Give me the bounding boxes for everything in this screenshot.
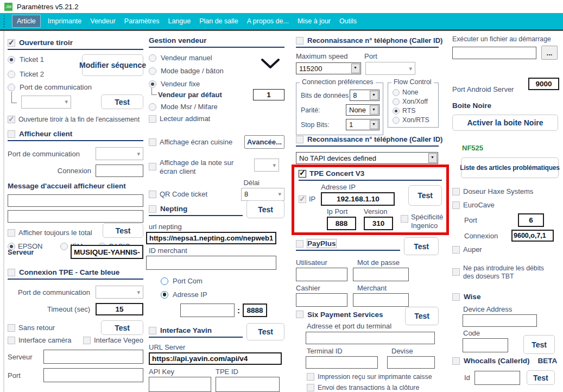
serveur-input[interactable] <box>71 245 143 259</box>
payplus-checkbox[interactable] <box>296 240 303 248</box>
tapi-combobox[interactable]: No TAPI devices defined <box>296 152 438 164</box>
tbt-checkbox[interactable] <box>452 268 460 276</box>
sans-retour-checkbox[interactable] <box>8 324 15 332</box>
code-input[interactable] <box>463 338 508 352</box>
tiroir-test-button[interactable]: Test <box>101 94 143 109</box>
maximum-speed-combobox[interactable]: 115200 <box>296 62 361 74</box>
interface-camera-checkbox[interactable] <box>8 337 15 344</box>
specificite-ingenico-checkbox[interactable] <box>401 215 408 223</box>
camera-port-input[interactable] <box>43 368 143 382</box>
ticket2-radio[interactable] <box>8 71 15 78</box>
concert-test-button[interactable]: Test <box>408 185 442 206</box>
whocalls-id-input[interactable] <box>475 371 520 385</box>
nepting-port-input[interactable] <box>243 304 267 317</box>
afficheur-client-checkbox[interactable] <box>8 130 15 138</box>
doseur-haxe-checkbox[interactable] <box>452 188 460 195</box>
chevron-down-icon[interactable] <box>370 120 378 129</box>
menu-item-mise-a-jour[interactable]: Mise à jour <box>296 15 332 28</box>
flow-rts-radio[interactable] <box>393 108 400 115</box>
liste-articles-button[interactable]: Liste des articles problématiques <box>461 157 559 178</box>
menu-item-langue[interactable]: Langue <box>166 15 192 28</box>
auper-checkbox[interactable] <box>452 246 460 254</box>
chevron-down-icon[interactable] <box>428 153 437 163</box>
chevron-down-icon[interactable] <box>370 105 378 115</box>
envoi-transactions-checkbox[interactable] <box>307 384 314 391</box>
api-key-input[interactable] <box>149 377 211 392</box>
port-com-radio[interactable] <box>161 277 168 285</box>
bits-combobox[interactable]: 8 <box>350 90 379 101</box>
parite-combobox[interactable]: None <box>346 104 379 116</box>
menu-item-parametres[interactable]: Paramètres <box>123 15 161 28</box>
terminal-id-input[interactable] <box>306 356 378 369</box>
delai-combobox[interactable]: 8 <box>241 188 284 201</box>
affichage-cuisine-checkbox[interactable] <box>149 138 156 146</box>
url-nepting-input[interactable] <box>146 232 276 244</box>
six-payment-checkbox[interactable] <box>296 311 303 318</box>
eurocave-port-input[interactable] <box>518 213 544 227</box>
menu-item-vendeur[interactable]: Vendeur <box>88 15 117 28</box>
qr-code-checkbox[interactable] <box>149 191 156 198</box>
six-adresse-input[interactable] <box>306 332 435 344</box>
flow-xonxoff-radio[interactable] <box>393 98 400 105</box>
vendeur-defaut-input[interactable] <box>253 89 284 100</box>
version-input[interactable] <box>364 217 393 230</box>
afficheur-test-button[interactable]: Test <box>103 223 143 238</box>
port-android-input[interactable] <box>528 78 559 90</box>
nepting-test-button[interactable]: Test <box>246 200 284 218</box>
nepting-checkbox[interactable] <box>149 205 156 213</box>
lecteur-addimat-checkbox[interactable] <box>149 115 156 123</box>
tpe-id-input[interactable] <box>216 377 280 392</box>
activer-boite-noire-button[interactable]: Activer la boite Noire <box>452 115 558 131</box>
vendeur-manuel-radio[interactable] <box>149 54 156 62</box>
menu-gripper-icon[interactable] <box>3 15 6 28</box>
utilisateur-input[interactable] <box>296 268 347 281</box>
afficheur-connexion-input[interactable] <box>96 165 143 177</box>
tpe-concert-checkbox[interactable] <box>299 170 306 178</box>
nepting-ip-input[interactable] <box>180 304 235 317</box>
toujours-total-checkbox[interactable] <box>8 229 15 237</box>
ticket1-radio[interactable] <box>8 56 15 64</box>
yavin-test-button[interactable]: Test <box>246 323 284 340</box>
interface-vegeo-checkbox[interactable] <box>83 337 91 344</box>
whocalls-checkbox[interactable] <box>452 357 460 365</box>
whocalls-test-button[interactable]: Test <box>527 370 555 385</box>
fichier-demarrage-input[interactable] <box>452 47 536 59</box>
chevron-down-icon[interactable] <box>370 91 378 100</box>
concert-adresse-input[interactable] <box>321 192 395 206</box>
url-server-input[interactable] <box>149 352 282 365</box>
mode-badge-radio[interactable] <box>149 67 156 75</box>
payplus-test-button[interactable]: Test <box>404 237 439 255</box>
port-combobox[interactable] <box>365 62 415 75</box>
six-test-button[interactable]: Test <box>405 307 439 325</box>
menu-item-imprimante[interactable]: Imprimante <box>46 15 84 28</box>
devise-input[interactable] <box>387 356 435 369</box>
flow-none-radio[interactable] <box>393 89 400 96</box>
note-combobox[interactable] <box>254 159 279 172</box>
flow-xonrts-radio[interactable] <box>393 117 400 124</box>
port-communication-radio[interactable] <box>8 84 15 91</box>
message-line1-input[interactable] <box>8 194 143 207</box>
afficheur-port-combobox[interactable] <box>96 147 143 160</box>
fin-encaissement-checkbox[interactable] <box>8 116 15 123</box>
ip-port-input[interactable] <box>327 217 356 230</box>
camera-serveur-input[interactable] <box>43 350 143 364</box>
stop-bits-combobox[interactable]: 1 <box>346 119 379 130</box>
adresse-ip-radio[interactable] <box>161 291 168 299</box>
tpe-test-button[interactable]: Test <box>101 320 143 335</box>
caller-id-1-checkbox[interactable] <box>296 37 303 45</box>
device-address-input[interactable] <box>463 314 537 327</box>
eurocave-checkbox[interactable] <box>452 201 460 209</box>
avancee-button[interactable]: Avancée... <box>244 135 284 149</box>
connexion-tpe-checkbox[interactable] <box>8 269 15 276</box>
impression-recu-checkbox[interactable] <box>307 373 314 381</box>
message-line2-input[interactable] <box>8 210 143 223</box>
menu-item-outils[interactable]: Outils <box>338 15 358 28</box>
chevron-down-icon[interactable] <box>351 64 360 73</box>
tpe-port-combobox[interactable] <box>96 286 143 299</box>
wise-checkbox[interactable] <box>452 293 460 301</box>
affichage-note-checkbox[interactable] <box>149 163 156 170</box>
wise-test-button[interactable]: Test <box>523 335 555 354</box>
tiroir-port-combobox[interactable] <box>21 96 71 109</box>
mode-msr-radio[interactable] <box>149 103 156 111</box>
id-merchant-input[interactable] <box>146 256 276 270</box>
